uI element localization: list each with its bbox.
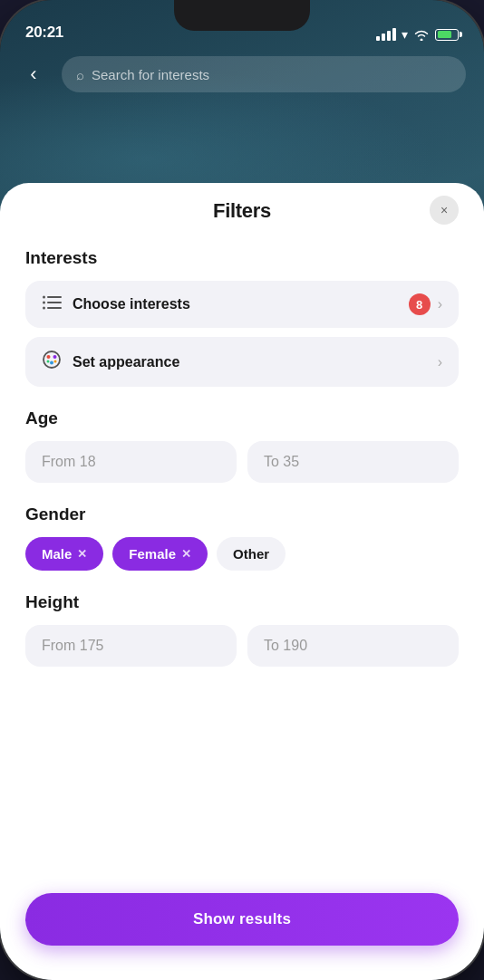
palette-icon — [42, 350, 62, 374]
phone-screen: 20:21 ▾ — [0, 0, 484, 980]
height-title: Height — [25, 592, 459, 612]
chevron-right-icon: › — [438, 296, 442, 312]
height-section: Height From 175 To 190 — [25, 592, 459, 667]
svg-point-7 — [47, 355, 51, 359]
height-to-input[interactable]: To 190 — [247, 625, 459, 667]
bottom-sheet: Filters × Interests — [0, 183, 484, 980]
battery-icon — [435, 29, 459, 41]
back-button[interactable]: ‹ — [18, 59, 49, 90]
gender-female-button[interactable]: Female ✕ — [112, 537, 208, 571]
wifi-symbol — [413, 29, 430, 41]
age-section: Age From 18 To 35 — [25, 408, 459, 483]
phone-frame: 20:21 ▾ — [0, 0, 484, 980]
wifi-icon: ▾ — [402, 27, 408, 42]
set-appearance-label: Set appearance — [73, 354, 438, 370]
choose-interests-row[interactable]: Choose interests 8 › — [25, 281, 459, 328]
back-arrow-icon: ‹ — [30, 62, 36, 86]
gender-male-label: Male — [42, 546, 72, 562]
age-title: Age — [25, 408, 459, 428]
signal-icon — [376, 28, 396, 41]
gender-other-label: Other — [233, 546, 269, 562]
gender-female-label: Female — [129, 546, 176, 562]
chevron-right-icon-2: › — [438, 354, 442, 370]
status-icons: ▾ — [376, 27, 459, 42]
svg-point-10 — [47, 360, 50, 363]
svg-point-3 — [43, 295, 45, 298]
choose-interests-label: Choose interests — [73, 296, 409, 312]
interests-title: Interests — [25, 248, 459, 268]
show-results-button[interactable]: Show results — [25, 893, 459, 946]
svg-point-9 — [50, 361, 53, 365]
notch — [174, 0, 310, 31]
height-from-input[interactable]: From 175 — [25, 625, 237, 667]
svg-point-5 — [43, 306, 45, 309]
search-icon: ⌕ — [76, 67, 84, 82]
age-range-row: From 18 To 35 — [25, 441, 459, 483]
gender-male-button[interactable]: Male ✕ — [25, 537, 103, 571]
gender-title: Gender — [25, 504, 459, 524]
age-from-input[interactable]: From 18 — [25, 441, 237, 483]
height-range-row: From 175 To 190 — [25, 625, 459, 667]
age-to-input[interactable]: To 35 — [247, 441, 459, 483]
interests-section: Interests Choose interests 8 — [25, 248, 459, 387]
svg-point-6 — [44, 351, 60, 368]
gender-options-row: Male ✕ Female ✕ Other — [25, 537, 459, 571]
list-icon — [42, 294, 62, 315]
gender-male-close-icon: ✕ — [77, 547, 87, 561]
gender-section: Gender Male ✕ Female ✕ Other — [25, 504, 459, 571]
close-button[interactable]: × — [430, 196, 459, 225]
close-icon: × — [440, 203, 448, 217]
search-placeholder-text: Search for interests — [92, 67, 209, 82]
sheet-title: Filters — [213, 199, 271, 223]
gender-female-close-icon: ✕ — [181, 547, 191, 561]
interests-badge: 8 — [409, 293, 431, 315]
set-appearance-row[interactable]: Set appearance › — [25, 337, 459, 387]
sheet-header: Filters × — [25, 183, 459, 226]
svg-point-11 — [54, 360, 57, 363]
show-results-label: Show results — [193, 910, 291, 928]
top-nav: ‹ ⌕ Search for interests — [0, 49, 484, 100]
search-bar[interactable]: ⌕ Search for interests — [62, 56, 466, 92]
svg-point-4 — [43, 301, 45, 303]
svg-point-8 — [53, 355, 57, 359]
status-time: 20:21 — [25, 24, 63, 42]
gender-other-button[interactable]: Other — [217, 537, 286, 571]
